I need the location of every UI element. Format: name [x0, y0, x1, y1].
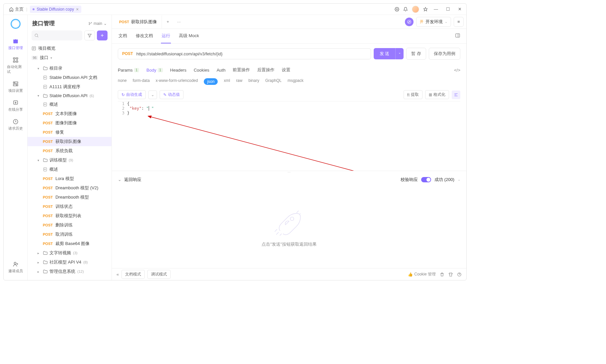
minimize-button[interactable]: —	[432, 6, 440, 12]
body-type-binary[interactable]: binary	[248, 78, 259, 85]
param-tab-3[interactable]: Cookies	[194, 64, 209, 76]
tree-item[interactable]: POST训练状态	[28, 202, 112, 211]
search-input[interactable]	[32, 30, 82, 40]
shirt-icon[interactable]	[448, 272, 453, 277]
tree-item[interactable]: POSTDreambooth 模型	[28, 193, 112, 202]
save-temp-button[interactable]: 暂 存	[406, 48, 426, 60]
body-type-x-www-form-urlencoded[interactable]: x-www-form-urlencoded	[156, 78, 198, 85]
tree-item[interactable]: ▾Stable Diffusion API(6)	[28, 91, 112, 100]
param-tab-2[interactable]: Headers	[170, 64, 187, 76]
maximize-button[interactable]: ☐	[444, 6, 452, 12]
url-box[interactable]: POST https://stablediffusionapi.com/api/…	[118, 48, 371, 59]
param-tab-1[interactable]: Body1	[146, 64, 163, 76]
tree-item[interactable]: POSTDreambooth 模型 (V2)	[28, 183, 112, 193]
dynamic-button[interactable]: ✎ 动态值	[160, 90, 184, 99]
tab-add-button[interactable]: +	[162, 19, 174, 24]
close-button[interactable]: ✕	[456, 6, 464, 12]
param-tab-7[interactable]: 设置	[282, 64, 290, 76]
avatar[interactable]	[412, 6, 419, 13]
tree-item[interactable]: Stable Diffusion API 文档	[28, 73, 112, 82]
project-overview[interactable]: 项目概览	[28, 44, 112, 53]
chevron-down-icon[interactable]: ⌄	[458, 178, 460, 181]
rail-project-settings[interactable]: 项目设置	[6, 78, 26, 96]
subtab-0[interactable]: 文档	[118, 29, 128, 43]
api-root[interactable]: 96 接口 ▾	[28, 53, 112, 62]
body-type-raw[interactable]: raw	[236, 78, 242, 85]
param-tab-5[interactable]: 前置操作	[233, 64, 250, 76]
filter-button[interactable]	[84, 30, 95, 40]
home-button[interactable]: 主页	[6, 5, 26, 14]
tree-item[interactable]: POST系统负载	[28, 146, 112, 155]
tree-item[interactable]: ▸管理信息系统(12)	[28, 267, 112, 276]
param-tab-4[interactable]: Auth	[217, 64, 226, 76]
tree-item[interactable]: POSTLora 模型	[28, 174, 112, 183]
trash-icon[interactable]	[440, 272, 444, 277]
send-button[interactable]: 发 送	[374, 48, 396, 59]
tree-item[interactable]: ▾训练模型(9)	[28, 155, 112, 165]
collapse-footer-button[interactable]: «	[116, 272, 119, 277]
rail-invite[interactable]: 邀请成员	[6, 259, 26, 276]
close-icon[interactable]: ×	[76, 7, 79, 12]
tree-item[interactable]: ▸文字转视频(3)	[28, 248, 112, 258]
tree-item[interactable]: POST修复	[28, 128, 112, 137]
rail-api-management[interactable]: 接口管理	[6, 35, 26, 53]
extract-button[interactable]: ⎘ 提取	[404, 90, 422, 99]
body-type-form-data[interactable]: form-data	[133, 78, 150, 85]
subtab-2[interactable]: 运行	[161, 29, 171, 43]
rail-share[interactable]: 在线分享	[6, 97, 26, 115]
subtab-1[interactable]: 修改文档	[135, 29, 154, 43]
help-icon[interactable]	[457, 272, 462, 277]
response-status[interactable]: 成功 (200)	[434, 177, 454, 183]
split-view-button[interactable]	[455, 29, 460, 43]
bell-icon[interactable]	[403, 7, 408, 12]
project-tab[interactable]: Stable Diffusion copy ×	[30, 6, 81, 13]
env-indicator[interactable]	[405, 18, 414, 26]
rail-history[interactable]: 请求历史	[6, 116, 26, 134]
env-selector[interactable]: 开 开发环境 ⌄	[416, 17, 451, 27]
rail-automation[interactable]: 自动化测试	[6, 54, 26, 77]
cookie-manage-button[interactable]: 👍 Cookie 管理	[408, 272, 436, 277]
format-button[interactable]: ⊞ 格式化	[425, 90, 449, 99]
tab-more-button[interactable]: ···	[174, 19, 184, 24]
json-editor[interactable]: 1{2 "key": " "3}	[118, 101, 460, 171]
tree-item[interactable]: POST取消训练	[28, 230, 112, 239]
chevron-down-icon[interactable]: ⌄	[118, 177, 121, 182]
body-type-none[interactable]: none	[118, 78, 127, 85]
save-case-button[interactable]: 保存为用例	[429, 48, 460, 60]
tree-item[interactable]: POST图像到图像	[28, 118, 112, 128]
tree-item[interactable]: POST裁剪 Base64 图像	[28, 239, 112, 248]
response-resize-handle[interactable]: ···	[112, 171, 466, 173]
tree-item[interactable]: POST文本到图像	[28, 109, 112, 118]
code-view-button[interactable]: </>	[454, 68, 460, 73]
subtab-3[interactable]: 高级 Mock	[178, 29, 200, 43]
debug-mode-button[interactable]: 调试模式	[147, 270, 171, 279]
body-type-json[interactable]: json	[204, 78, 218, 85]
tree-item[interactable]: POST获取模型列表	[28, 211, 112, 220]
auto-gen-button[interactable]: ↻ 自动生成	[118, 90, 146, 99]
tree-item[interactable]: 概述	[28, 165, 112, 174]
body-type-msgpack[interactable]: msgpack	[288, 78, 304, 85]
menu-button[interactable]: ≡	[454, 17, 464, 27]
check-response-toggle[interactable]	[421, 177, 431, 182]
tree-item[interactable]: ▾根目录	[28, 64, 112, 73]
send-dropdown[interactable]: ⌄	[395, 48, 404, 59]
param-tab-0[interactable]: Params1	[118, 64, 139, 76]
url-text: https://stablediffusionapi.com/api/v3/fe…	[136, 51, 223, 56]
body-type-GraphQL[interactable]: GraphQL	[265, 78, 281, 85]
pin-icon[interactable]	[423, 7, 428, 12]
tree-item[interactable]: 概述	[28, 100, 112, 109]
body-type-xml[interactable]: xml	[224, 78, 230, 85]
branch-selector[interactable]: main ⌄	[88, 21, 107, 26]
tree-item[interactable]: POST删除训练	[28, 220, 112, 230]
gear-icon[interactable]	[395, 7, 399, 12]
auto-gen-dropdown[interactable]: ⌄	[148, 91, 157, 99]
tree-item[interactable]: ▸社区模型 API V4(8)	[28, 258, 112, 267]
add-button[interactable]: +	[97, 30, 108, 40]
content-tab-active[interactable]: POST 获取排队图像	[114, 16, 162, 28]
tree-item[interactable]: POST获取排队图像	[28, 137, 112, 146]
doc-mode-button[interactable]: 文档模式	[121, 270, 145, 279]
tree-item[interactable]: A1111 调度程序	[28, 82, 112, 91]
app-logo[interactable]	[11, 19, 21, 29]
param-tab-6[interactable]: 后置操作	[257, 64, 274, 76]
toggle-panel-button[interactable]	[452, 91, 460, 99]
